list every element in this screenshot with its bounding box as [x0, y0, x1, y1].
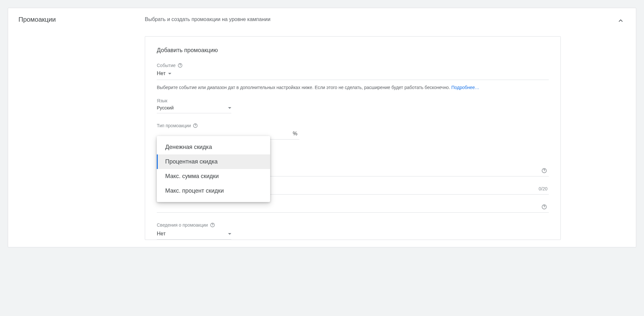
section-subtitle: Выбрать и создать промоакции на уровне к… [145, 16, 626, 22]
promo-type-field: Тип промоакции % Денежная скидка Процент… [157, 123, 549, 140]
panel-title: Добавить промоакцию [157, 47, 549, 54]
promo-type-label-row: Тип промоакции [157, 123, 549, 128]
promotions-card: Промоакции Выбрать и создать промоакции … [8, 8, 636, 247]
promo-details-value: Нет [157, 231, 166, 237]
question-icon[interactable] [193, 123, 198, 128]
event-field: Событие Нет Выберите событие или диапазо… [157, 63, 549, 91]
card-header: Промоакции Выбрать и создать промоакции … [18, 16, 626, 23]
svg-point-7 [544, 208, 544, 208]
question-icon[interactable] [178, 63, 183, 68]
promo-type-option-max-amount[interactable]: Макс. сумма скидки [157, 169, 270, 184]
language-label: Язык [157, 98, 549, 103]
promo-type-option-max-percent[interactable]: Макс. процент скидки [157, 184, 270, 198]
svg-point-9 [212, 226, 213, 226]
promo-type-option-percent[interactable]: Процентная скидка [157, 154, 270, 169]
question-icon[interactable] [541, 167, 547, 174]
promo-type-option-monetary[interactable]: Денежная скидка [157, 140, 270, 154]
event-row: Нет [157, 68, 549, 80]
section-title: Промоакции [18, 16, 145, 23]
text-input-row-3[interactable] [157, 201, 549, 213]
add-promotion-panel: Добавить промоакцию Событие Нет Выберите… [145, 36, 561, 240]
promo-details-label: Сведения о промоакции [157, 222, 208, 228]
collapse-button[interactable] [616, 16, 626, 26]
svg-point-3 [195, 127, 196, 127]
event-hint-text: Выберите событие или диапазон дат в допо… [157, 85, 451, 90]
char-counter: 0/20 [539, 186, 547, 191]
promo-details-select[interactable]: Нет [157, 229, 231, 240]
promo-type-dropdown: Денежная скидка Процентная скидка Макс. … [157, 136, 270, 202]
event-label-row: Событие [157, 63, 549, 68]
event-value: Нет [157, 71, 166, 76]
event-hint: Выберите событие или диапазон дат в допо… [157, 84, 549, 91]
language-field: Язык Русский [157, 98, 549, 113]
question-icon[interactable] [210, 222, 215, 228]
language-select[interactable]: Русский [157, 105, 231, 113]
event-select[interactable]: Нет [157, 68, 171, 78]
event-label: Событие [157, 63, 176, 68]
promo-details-field: Сведения о промоакции Нет [157, 222, 549, 240]
promo-details-label-row: Сведения о промоакции [157, 222, 549, 228]
chevron-up-icon [617, 17, 624, 24]
question-icon[interactable] [541, 204, 547, 210]
learn-more-link[interactable]: Подробнее… [451, 85, 479, 90]
content-area: Добавить промоакцию Событие Нет Выберите… [145, 36, 561, 240]
caret-down-icon [228, 233, 231, 235]
svg-point-1 [180, 66, 180, 67]
promo-type-label: Тип промоакции [157, 123, 191, 128]
svg-point-5 [544, 172, 544, 172]
language-value: Русский [157, 105, 174, 110]
caret-down-icon [168, 73, 171, 74]
percent-suffix: % [293, 131, 299, 137]
caret-down-icon [228, 107, 231, 109]
